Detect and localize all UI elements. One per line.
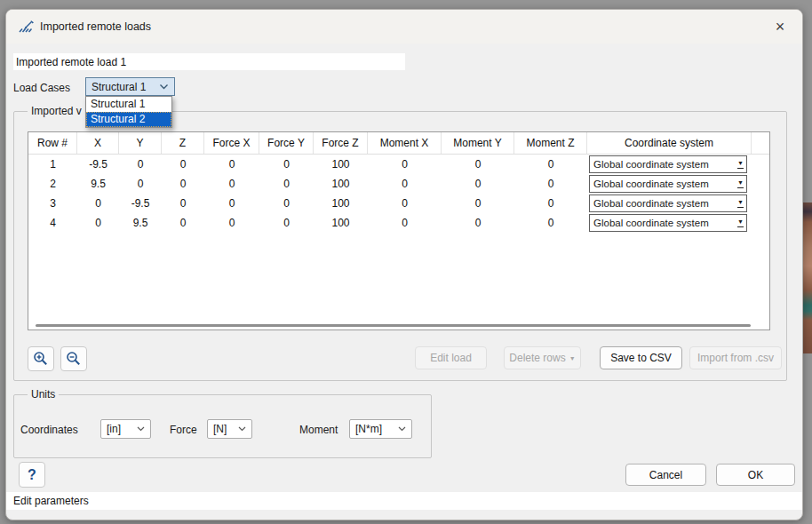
- save-to-csv-label: Save to CSV: [610, 352, 672, 364]
- coordinate-system-value: Global coordinate system: [593, 198, 709, 209]
- cell-force-x: 0: [204, 194, 259, 213]
- imported-remote-loads-dialog: Imported remote loads × Load Cases Struc…: [5, 9, 803, 520]
- table-row[interactable]: 2 9.5 0 0 0 0 100 0 0 0 Global coordinat…: [28, 174, 769, 194]
- cell-y: -9.5: [119, 194, 162, 213]
- load-cases-dropdown-list: Structural 1 Structural 2: [85, 96, 172, 128]
- dropdown-arrow-icon: ▼: [737, 160, 744, 169]
- window-title: Imported remote loads: [40, 20, 151, 33]
- cell-z: 0: [162, 194, 204, 213]
- cell-force-z: 100: [314, 213, 368, 233]
- col-header-moment-z: Moment Z: [514, 132, 587, 154]
- cell-z: 0: [162, 155, 204, 174]
- cell-force-y: 0: [259, 155, 314, 174]
- status-text: Edit parameters: [13, 495, 89, 507]
- cell-moment-y: 0: [442, 174, 514, 194]
- cell-force-z: 100: [314, 194, 368, 213]
- loads-table: Row # X Y Z Force X Force Y Force Z Mome…: [28, 131, 770, 330]
- chevron-down-icon: [398, 426, 406, 432]
- cell-moment-z: 0: [514, 194, 587, 213]
- ok-label: OK: [748, 469, 763, 481]
- import-from-csv-button[interactable]: Import from .csv: [689, 346, 782, 369]
- col-header-force-z: Force Z: [314, 132, 368, 154]
- cell-moment-y: 0: [442, 155, 514, 174]
- force-unit-label: Force: [170, 424, 197, 436]
- load-name-input[interactable]: [13, 53, 405, 70]
- coordinates-unit-value: [in]: [107, 423, 121, 435]
- cancel-button[interactable]: Cancel: [625, 464, 706, 486]
- edit-load-label: Edit load: [430, 352, 472, 364]
- cell-row-num: 3: [28, 194, 77, 213]
- zoom-in-button[interactable]: [28, 346, 54, 371]
- col-header-z: Z: [162, 132, 204, 154]
- cell-force-y: 0: [259, 194, 314, 213]
- dropdown-arrow-icon: ▼: [737, 179, 744, 188]
- save-to-csv-button[interactable]: Save to CSV: [600, 346, 682, 369]
- coordinate-system-value: Global coordinate system: [593, 159, 709, 170]
- zoom-out-button[interactable]: [60, 346, 87, 371]
- coordinate-system-select[interactable]: Global coordinate system ▼: [589, 155, 747, 173]
- table-header-row: Row # X Y Z Force X Force Y Force Z Mome…: [28, 132, 769, 155]
- cell-x: 0: [77, 213, 119, 233]
- table-row[interactable]: 3 0 -9.5 0 0 0 100 0 0 0 Global coordina…: [28, 194, 769, 213]
- background-app-sliver: [803, 202, 812, 353]
- cell-moment-x: 0: [368, 174, 442, 194]
- coordinate-system-select[interactable]: Global coordinate system ▼: [589, 195, 747, 212]
- cell-row-num: 1: [28, 155, 77, 174]
- col-header-moment-y: Moment Y: [442, 132, 514, 154]
- table-row[interactable]: 4 0 9.5 0 0 0 100 0 0 0 Global coordinat…: [28, 213, 769, 233]
- col-header-x: X: [77, 132, 119, 154]
- force-unit-value: [N]: [213, 423, 227, 435]
- col-header-y: Y: [119, 132, 162, 154]
- dropdown-arrow-icon: ▼: [737, 218, 744, 227]
- close-icon[interactable]: ×: [768, 17, 792, 38]
- help-button[interactable]: ?: [19, 462, 45, 488]
- imported-values-group-label: Imported v: [28, 105, 85, 117]
- horizontal-scrollbar[interactable]: [36, 324, 751, 327]
- cell-moment-x: 0: [368, 213, 442, 233]
- load-cases-select[interactable]: Structural 1: [85, 77, 175, 96]
- cell-z: 0: [162, 213, 204, 233]
- cell-force-y: 0: [259, 213, 314, 233]
- cell-y: 9.5: [119, 213, 162, 233]
- table-row[interactable]: 1 -9.5 0 0 0 0 100 0 0 0 Global coordina…: [28, 155, 769, 174]
- cell-z: 0: [162, 174, 204, 194]
- cell-force-y: 0: [259, 174, 314, 194]
- cell-x: -9.5: [77, 155, 119, 174]
- cell-moment-z: 0: [514, 213, 587, 233]
- coordinates-unit-select[interactable]: [in]: [100, 419, 151, 439]
- moment-unit-select[interactable]: [N*m]: [349, 419, 412, 439]
- cell-force-z: 100: [314, 155, 368, 174]
- cell-moment-x: 0: [368, 155, 442, 174]
- edit-load-button[interactable]: Edit load: [415, 346, 487, 369]
- cell-y: 0: [119, 174, 162, 194]
- force-unit-select[interactable]: [N]: [207, 419, 252, 439]
- cell-x: 0: [77, 194, 119, 213]
- cell-force-x: 0: [204, 155, 259, 174]
- title-bar: Imported remote loads ×: [6, 10, 802, 44]
- cell-moment-z: 0: [514, 155, 587, 174]
- cell-row-num: 4: [28, 213, 77, 233]
- dropdown-option-structural-2[interactable]: Structural 2: [86, 112, 171, 127]
- remote-load-icon: [18, 20, 36, 34]
- moment-unit-value: [N*m]: [355, 423, 382, 435]
- zoom-in-icon: [33, 351, 49, 367]
- chevron-down-icon: [137, 426, 145, 432]
- cancel-label: Cancel: [649, 469, 682, 481]
- coordinate-system-value: Global coordinate system: [593, 218, 709, 228]
- cell-moment-y: 0: [442, 194, 514, 213]
- coordinate-system-select[interactable]: Global coordinate system ▼: [589, 175, 747, 193]
- cell-moment-z: 0: [514, 174, 587, 194]
- cell-force-z: 100: [314, 174, 368, 194]
- col-header-force-x: Force X: [204, 132, 259, 154]
- cell-y: 0: [119, 155, 162, 174]
- cell-moment-y: 0: [442, 213, 514, 233]
- dropdown-arrow-icon: ▼: [737, 199, 744, 208]
- ok-button[interactable]: OK: [716, 464, 795, 486]
- coordinate-system-select[interactable]: Global coordinate system ▼: [589, 214, 747, 232]
- load-cases-selected-value: Structural 1: [92, 81, 146, 93]
- delete-rows-button[interactable]: Delete rows ▼: [504, 346, 581, 369]
- chevron-down-icon: [159, 83, 169, 90]
- col-header-moment-x: Moment X: [368, 132, 442, 154]
- dropdown-option-structural-1[interactable]: Structural 1: [86, 97, 171, 112]
- delete-rows-label: Delete rows: [509, 352, 565, 364]
